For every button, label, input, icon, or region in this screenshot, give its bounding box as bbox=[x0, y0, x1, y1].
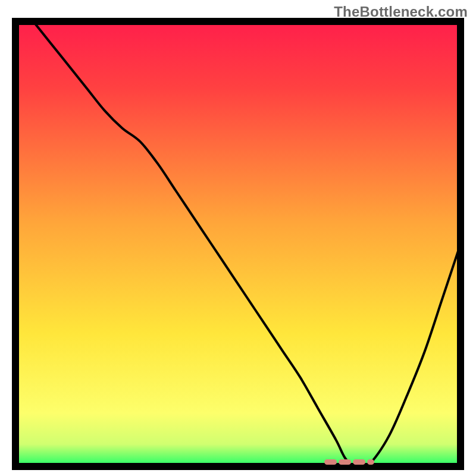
bottleneck-chart bbox=[12, 18, 464, 470]
plot-background bbox=[15, 21, 461, 466]
